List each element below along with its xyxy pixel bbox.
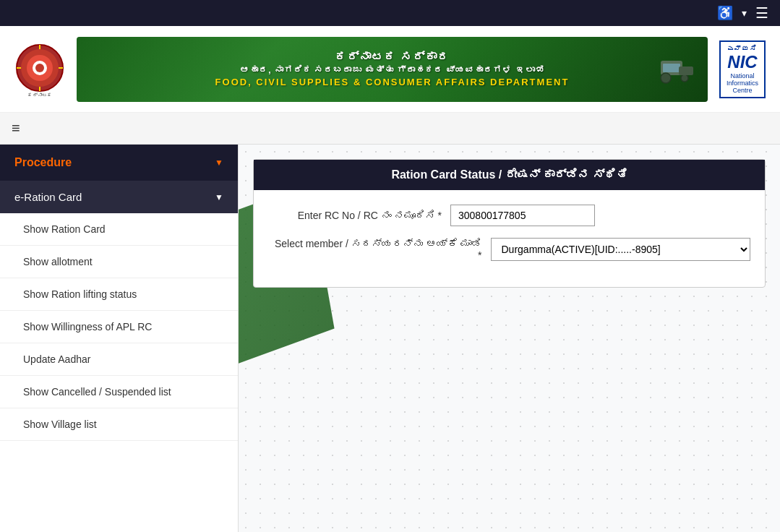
nic-short: NIC: [727, 52, 757, 72]
karnataka-logo: ಕರ್ನಾಟಕ: [14, 40, 65, 98]
nic-label-national: National: [730, 72, 754, 80]
sidebar-item-update-aadhar[interactable]: Update Aadhar: [0, 343, 238, 376]
svg-point-13: [681, 74, 688, 82]
sidebar-item-show-village-list[interactable]: Show Village list: [0, 408, 238, 441]
form-title: Ration Card Status / ರೇಷನ್ ಕಾರ್ಡಿನ ಸ್ಥಿತ…: [254, 160, 765, 190]
nic-logo: ಎನ್ ಐ ಸಿ NIC National Informatics Centre: [719, 40, 766, 98]
sidebar-item-show-cancelled-suspended[interactable]: Show Cancelled / Suspended list: [0, 376, 238, 408]
accessibility-icon[interactable]: ♿: [717, 5, 733, 21]
erationcard-label: e-Ration Card: [14, 191, 82, 203]
department-banner: ಕರ್ನಾಟಕ ಸರ್ಕಾರ ಆಹಾರ, ನಾಗರಿಕ ಸರಬರಾಜು ಮತ್ತ…: [77, 37, 708, 102]
rc-no-label: Enter RC No / RC ನಂ ನಮೂದಿಸಿ *: [268, 210, 442, 221]
header: ಕರ್ನಾಟಕ ಕರ್ನಾಟಕ ಸರ್ಕಾರ ಆಹಾರ, ನಾಗರಿಕ ಸರಬರ…: [0, 26, 780, 113]
menu-icon[interactable]: ☰: [755, 4, 768, 22]
svg-rect-14: [679, 66, 693, 75]
hamburger-menu-icon[interactable]: ≡: [12, 120, 20, 137]
svg-rect-11: [663, 64, 680, 72]
banner-kannada-title: ಕರ್ನಾಟಕ ಸರ್ಕಾರ: [215, 51, 570, 64]
nic-label-centre: Centre: [732, 87, 752, 94]
sidebar-item-erationcard[interactable]: e-Ration Card ▼: [0, 181, 238, 213]
member-label: Select member / ಸದಸ್ಯರನ್ನು ಆಯ್ಕೆ ಮಾಡಿ *: [268, 238, 482, 261]
sidebar-item-show-ration-lifting-status[interactable]: Show Ration lifting status: [0, 278, 238, 311]
rc-no-input[interactable]: [450, 205, 595, 226]
banner-kannada-subtitle: ಆಹಾರ, ನಾಗರಿಕ ಸರಬರಾಜು ಮತ್ತು ಗ್ರಾಹಕರ ವ್ಯವಹ…: [215, 65, 570, 75]
erationcard-caret-icon: ▼: [215, 192, 223, 202]
procedure-label: Procedure: [14, 156, 72, 169]
sidebar-item-show-ration-card[interactable]: Show Ration Card: [0, 213, 238, 246]
member-select[interactable]: Durgamma(ACTIVE)[UID:.....-8905]: [491, 238, 751, 261]
banner-english-title: FOOD, CIVIL SUPPLIES & CONSUMER AFFAIRS …: [215, 77, 570, 87]
rc-no-row: Enter RC No / RC ನಂ ನಮೂದಿಸಿ *: [268, 205, 750, 226]
sub-header: ≡: [0, 113, 780, 145]
main-content: Procedure ▼ e-Ration Card ▼ Show Ration …: [0, 145, 780, 532]
form-body: Enter RC No / RC ನಂ ನಮೂದಿಸಿ * Select mem…: [254, 190, 765, 287]
sidebar-item-show-allotment[interactable]: Show allotment: [0, 246, 238, 278]
ration-card-status-form: Ration Card Status / ರೇಷನ್ ಕಾರ್ಡಿನ ಸ್ಥಿತ…: [253, 159, 766, 288]
svg-text:ಕರ್ನಾಟಕ: ಕರ್ನಾಟಕ: [27, 93, 52, 98]
sidebar: Procedure ▼ e-Ration Card ▼ Show Ration …: [0, 145, 239, 532]
top-bar: ♿ ▾ ☰: [0, 0, 780, 26]
sidebar-item-show-willingness-apl[interactable]: Show Willingness of APL RC: [0, 311, 238, 343]
svg-point-12: [661, 73, 671, 83]
content-area: Ration Card Status / ರೇಷನ್ ಕಾರ್ಡಿನ ಸ್ಥಿತ…: [239, 145, 780, 532]
procedure-caret-icon: ▼: [215, 158, 223, 168]
nic-label-informatics: Informatics: [727, 80, 758, 87]
sidebar-item-procedure[interactable]: Procedure ▼: [0, 145, 238, 181]
member-row: Select member / ಸದಸ್ಯರನ್ನು ಆಯ್ಕೆ ಮಾಡಿ * …: [268, 238, 750, 261]
svg-point-4: [35, 64, 44, 72]
nic-kannada: ಎನ್ ಐ ಸಿ: [728, 45, 756, 52]
language-dropdown[interactable]: ▾: [742, 7, 747, 19]
